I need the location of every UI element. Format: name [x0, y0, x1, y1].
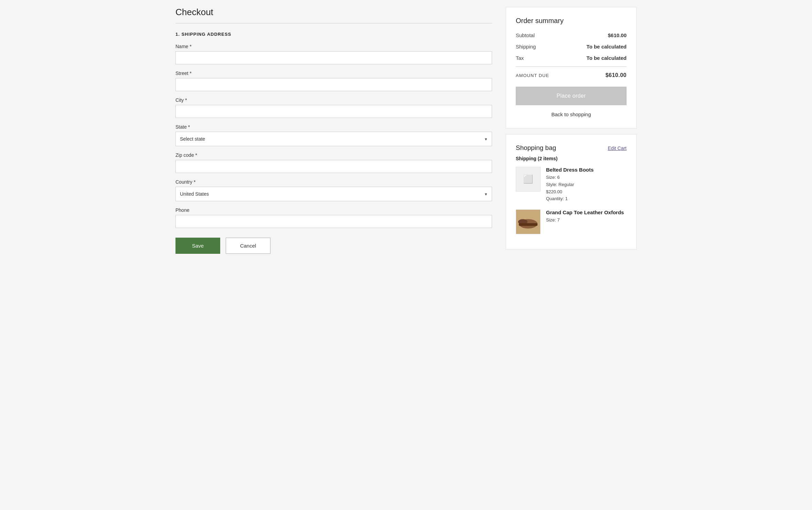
cart-item-image-2	[516, 209, 541, 234]
name-field-group: Name *	[175, 44, 492, 64]
section-title: 1. SHIPPING ADDRESS	[175, 32, 492, 37]
sidebar: Order summary Subtotal $610.00 Shipping …	[506, 7, 637, 254]
street-input[interactable]	[175, 78, 492, 91]
phone-input[interactable]	[175, 215, 492, 228]
subtotal-row: Subtotal $610.00	[516, 32, 627, 38]
country-field-group: Country * United StatesCanadaUnited King…	[175, 179, 492, 201]
save-button[interactable]: Save	[175, 238, 220, 254]
shipping-items-label: Shipping (2 items)	[516, 156, 627, 161]
city-input[interactable]	[175, 105, 492, 118]
cart-item-size-1: Size: 6	[546, 175, 560, 180]
place-order-button[interactable]: Place order	[516, 87, 627, 105]
shipping-label: Shipping	[516, 44, 536, 50]
country-select-wrapper: United StatesCanadaUnited KingdomAustral…	[175, 187, 492, 201]
street-field-group: Street *	[175, 70, 492, 91]
zip-field-group: Zip code *	[175, 152, 492, 173]
zip-label: Zip code *	[175, 152, 492, 158]
zip-input[interactable]	[175, 160, 492, 173]
summary-divider	[516, 66, 627, 67]
cancel-button[interactable]: Cancel	[226, 238, 270, 254]
cart-item-name-1: Belted Dress Boots	[546, 167, 627, 173]
state-field-group: State * Select stateAlabamaAlaskaArizona…	[175, 124, 492, 146]
amount-due-label: AMOUNT DUE	[516, 73, 549, 78]
phone-field-group: Phone	[175, 207, 492, 228]
amount-due-row: AMOUNT DUE $610.00	[516, 72, 627, 78]
cart-item-meta-2: Size: 7	[546, 217, 627, 224]
shipping-value: To be calculated	[587, 44, 627, 50]
state-select[interactable]: Select stateAlabamaAlaskaArizonaArkansas…	[175, 132, 492, 146]
cart-item-meta-1: Size: 6 Style: Regular $220.00 Quantity:…	[546, 174, 627, 203]
back-to-shopping-link[interactable]: Back to shopping	[516, 111, 627, 117]
phone-label: Phone	[175, 207, 492, 213]
street-label: Street *	[175, 70, 492, 76]
state-label: State *	[175, 124, 492, 130]
main-divider	[175, 23, 492, 23]
cart-item-2: Grand Cap Toe Leather Oxfords Size: 7	[516, 209, 627, 234]
edit-cart-link[interactable]: Edit Cart	[608, 145, 627, 151]
shopping-bag-header: Shopping bag Edit Cart	[516, 144, 627, 152]
form-button-row: Save Cancel	[175, 238, 492, 254]
cart-item-style-1: Style: Regular	[546, 182, 574, 187]
name-input[interactable]	[175, 51, 492, 64]
cart-item-size-2: Size: 7	[546, 217, 560, 223]
tax-label: Tax	[516, 55, 524, 61]
shopping-bag-title: Shopping bag	[516, 144, 556, 152]
country-label: Country *	[175, 179, 492, 185]
shoe-image-icon	[516, 209, 540, 234]
cart-item-name-2: Grand Cap Toe Leather Oxfords	[546, 209, 627, 215]
tax-value: To be calculated	[587, 55, 627, 61]
name-label: Name *	[175, 44, 492, 49]
shopping-bag-card: Shopping bag Edit Cart Shipping (2 items…	[506, 134, 637, 250]
image-placeholder-icon: ⬜	[523, 174, 533, 184]
page-title: Checkout	[175, 7, 492, 18]
order-summary-title: Order summary	[516, 17, 627, 25]
cart-item-price-1: $220.00	[546, 189, 562, 194]
cart-item: ⬜ Belted Dress Boots Size: 6 Style: Regu…	[516, 167, 627, 203]
subtotal-value: $610.00	[608, 32, 627, 38]
country-select[interactable]: United StatesCanadaUnited KingdomAustral…	[175, 187, 492, 201]
state-select-wrapper: Select stateAlabamaAlaskaArizonaArkansas…	[175, 132, 492, 146]
order-summary-card: Order summary Subtotal $610.00 Shipping …	[506, 7, 637, 129]
shipping-row: Shipping To be calculated	[516, 44, 627, 50]
subtotal-label: Subtotal	[516, 32, 535, 38]
cart-item-image-1: ⬜	[516, 167, 541, 192]
cart-item-details-2: Grand Cap Toe Leather Oxfords Size: 7	[546, 209, 627, 234]
city-label: City *	[175, 97, 492, 103]
svg-rect-3	[519, 223, 537, 226]
city-field-group: City *	[175, 97, 492, 118]
cart-item-details-1: Belted Dress Boots Size: 6 Style: Regula…	[546, 167, 627, 203]
amount-due-value: $610.00	[606, 72, 627, 78]
tax-row: Tax To be calculated	[516, 55, 627, 61]
cart-item-quantity-1: Quantity: 1	[546, 196, 568, 201]
